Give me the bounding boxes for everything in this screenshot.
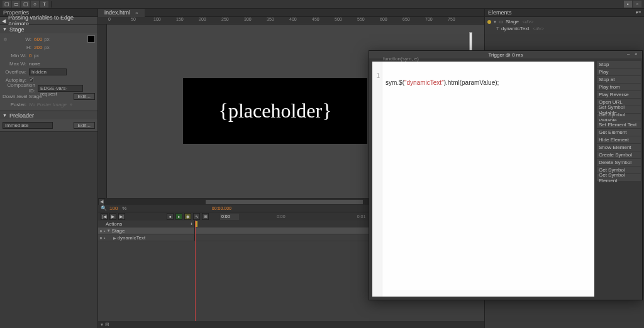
action-play[interactable]: Play	[597, 68, 641, 75]
action-showelem[interactable]: Show Element	[597, 144, 641, 151]
scroll-thumb[interactable]	[206, 200, 363, 204]
tool-ellipse[interactable]: ○	[31, 1, 39, 8]
timeline-footer: ▾ ⊟	[98, 321, 484, 328]
tab-label: index.html	[104, 9, 130, 16]
actions-list: Stop Play Stop at Play from Play Reverse…	[596, 58, 642, 300]
action-getsymvar[interactable]: Get Symbol Variable	[597, 114, 641, 121]
stage-width[interactable]: 600	[34, 36, 42, 42]
action-deletesymbol[interactable]: Delete Symbol	[597, 159, 641, 166]
panel-menu-icon[interactable]: ▾≡	[636, 10, 641, 15]
playhead-line[interactable]	[195, 221, 196, 321]
scroll-left-button[interactable]: ◀	[98, 199, 105, 205]
layer-stage-label[interactable]: Stage	[112, 228, 125, 234]
action-getsymbolelem[interactable]: Get Symbol Element	[597, 174, 641, 181]
layer-dynamictext-label[interactable]: dynamicText	[118, 235, 145, 241]
action-stop[interactable]: Stop	[597, 61, 641, 68]
go-end-button[interactable]: ▶|	[118, 213, 125, 220]
lesson-bar[interactable]: ◀ Passing variables to Edge Animate	[0, 17, 97, 25]
element-row-dynamictext[interactable]: T dynamicText <div>	[487, 25, 641, 32]
vis-icon[interactable]: ●	[99, 228, 103, 234]
action-stopat[interactable]: Stop at	[597, 76, 641, 83]
layout-btn-2[interactable]: ▫	[633, 1, 641, 8]
zoom-value[interactable]: 100	[109, 205, 118, 211]
snap-button[interactable]: ⊞	[202, 213, 209, 220]
action-createsymbol[interactable]: Create Symbol	[597, 151, 641, 158]
easing-button[interactable]: ∿	[193, 213, 200, 220]
chevron-down-icon: ▼	[3, 27, 7, 31]
tool-rrect[interactable]: ▢	[21, 1, 30, 8]
stage-label: Stage	[9, 26, 25, 33]
link-wh-icon[interactable]: ⎋	[3, 36, 8, 42]
poster-capture-icon[interactable]: ▫	[68, 101, 74, 107]
element-stage-name: Stage	[506, 19, 519, 25]
timecode: 00:00.000	[212, 206, 231, 210]
dialog-close-icon[interactable]: ×	[635, 51, 641, 57]
autotrans-button[interactable]: ▸	[175, 213, 182, 220]
elements-title: Elements	[488, 9, 512, 16]
expand-icon[interactable]: ▼	[107, 229, 111, 232]
elements-header: Elements ▾≡	[485, 9, 644, 17]
stage-minw[interactable]: 0	[29, 53, 31, 58]
stage-maxw[interactable]: none	[29, 61, 40, 67]
lock-icon[interactable]: •	[104, 228, 106, 234]
lock-icon[interactable]: •	[104, 235, 106, 241]
action-hideelem[interactable]: Hide Element	[597, 136, 641, 143]
tool-select[interactable]: ▢	[3, 1, 11, 8]
downlevel-edit-button[interactable]: Edit...	[74, 93, 95, 100]
vis-icon[interactable]: ●	[99, 235, 103, 241]
action-playfrom[interactable]: Play from	[597, 84, 641, 90]
ruler-horizontal: 0 50 100 150 200 250 300 350 400 450 500…	[98, 17, 484, 25]
tab-close-icon[interactable]: ×	[135, 10, 138, 16]
ruler-vertical	[98, 25, 107, 198]
composition-id-field[interactable]: EDGE-vars-request	[38, 85, 83, 92]
preloader-mode-select[interactable]: Immediate	[3, 122, 53, 129]
pin-button[interactable]: ◆	[184, 213, 191, 220]
downlevel-label: Down-level Stage	[3, 94, 42, 99]
filter-icon[interactable]: ▾	[101, 322, 103, 327]
stage-height[interactable]: 200	[34, 45, 42, 50]
layer-actions-label[interactable]: Actions	[106, 221, 122, 227]
layout-btn-1[interactable]: ▪	[624, 1, 632, 8]
add-action-icon[interactable]: +	[190, 221, 193, 227]
dialog-minimize-icon[interactable]: –	[627, 51, 633, 57]
playhead-time[interactable]: 0:00	[220, 214, 239, 220]
tool-rect[interactable]: ▭	[12, 1, 20, 8]
play-button[interactable]: ▶	[109, 213, 116, 220]
zoom-mag-icon[interactable]: 🔍	[101, 205, 107, 211]
main-toolbar: ▢ ▭ ▢ ○ T ▪ ▫	[0, 0, 644, 9]
preloader-section-header[interactable]: ▼ Preloader	[0, 111, 97, 119]
go-start-button[interactable]: |◀	[101, 213, 108, 220]
dialog-title: Trigger @ 0 ms	[489, 52, 523, 58]
code-editor[interactable]: function(sym, e) 1 sym.$("dynamicText").…	[372, 62, 594, 297]
action-playreverse[interactable]: Play Reverse	[597, 91, 641, 98]
tool-text[interactable]: T	[40, 1, 48, 8]
file-tab[interactable]: index.html ×	[98, 9, 145, 17]
code-func-header: function(sym, e)	[383, 56, 419, 62]
stage-section-header[interactable]: ▼ Stage	[0, 25, 97, 33]
line-number: 1	[372, 72, 380, 79]
autoplay-checkbox[interactable]	[29, 77, 34, 82]
stage-canvas[interactable]: {placeholder}	[183, 78, 367, 144]
placeholder-text: {placeholder}	[219, 99, 332, 123]
element-row-stage[interactable]: ▼ ▭ Stage <div>	[487, 18, 641, 25]
preloader-label: Preloader	[9, 112, 34, 119]
poster-value: No Poster Image	[29, 102, 67, 107]
autokey-button[interactable]: ●	[167, 213, 174, 220]
expand-icon[interactable]: ▶	[113, 236, 116, 240]
lesson-back-icon[interactable]: ◀	[2, 18, 6, 24]
properties-panel: Properties ◀ Passing variables to Edge A…	[0, 9, 98, 328]
zoom-timeline-icon[interactable]: ⊟	[105, 322, 109, 327]
trigger-code-dialog: Trigger @ 0 ms – × function(sym, e) 1 sy…	[369, 50, 643, 300]
action-setelemtext[interactable]: Set Element Text	[597, 121, 641, 128]
element-dyn-name: dynamicText	[501, 26, 529, 31]
stage-bg-color[interactable]	[87, 35, 95, 43]
chevron-down-icon: ▼	[3, 113, 7, 118]
preloader-edit-button[interactable]: Edit...	[74, 122, 95, 129]
actions-indicator-icon[interactable]	[487, 20, 491, 24]
action-getelem[interactable]: Get Element	[597, 129, 641, 136]
overflow-select[interactable]: hidden	[29, 68, 67, 75]
